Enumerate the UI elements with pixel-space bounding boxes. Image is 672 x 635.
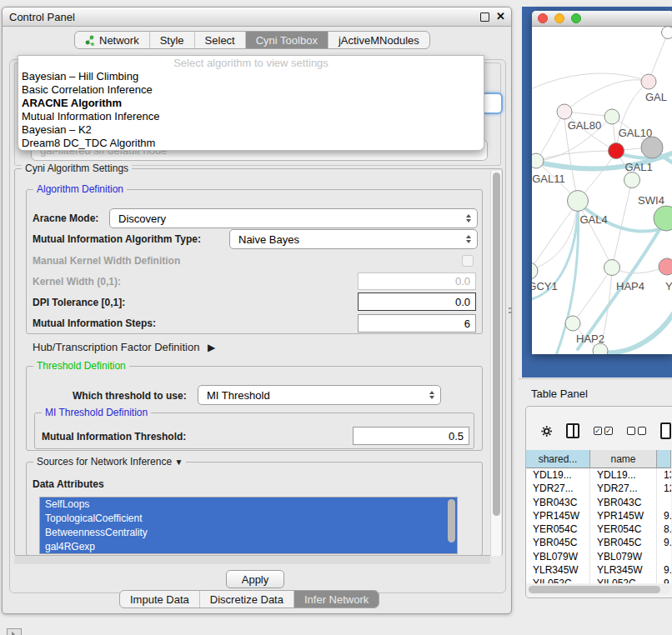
collapsed-arrow-icon[interactable]: ▶ <box>208 342 215 353</box>
dpi-tolerance-field[interactable]: 0.0 <box>358 292 476 311</box>
settings-bottom-strip <box>14 556 490 564</box>
tab-style[interactable]: Style <box>149 32 194 48</box>
table-row[interactable]: YLR345WYLR345W9. <box>526 563 671 577</box>
dpi-tolerance-value: 0.0 <box>455 296 470 308</box>
network-window[interactable]: GALGAL80GAL10GAL1GAL11SWI4GAL4GCY1HAP4YH… <box>532 11 672 354</box>
table-cell: YLR345W <box>590 563 657 577</box>
apply-button[interactable]: Apply <box>226 570 284 588</box>
network-node[interactable] <box>662 27 672 39</box>
data-attributes-list: SelfLoopsTopologicalCoefficientBetweenne… <box>39 497 458 554</box>
scrollbar-thumb[interactable] <box>493 172 500 516</box>
control-panel-window: Control Panel ✕ Network Style Select Cyn… <box>2 7 512 614</box>
network-node[interactable] <box>568 191 589 212</box>
kernel-width-field[interactable]: 0.0 <box>358 272 476 290</box>
mi-threshold-field[interactable]: 0.5 <box>353 427 469 445</box>
table-row[interactable]: YIL052CYIL052C9 <box>526 577 671 583</box>
tab-network[interactable]: Network <box>75 32 149 48</box>
table-row[interactable]: YBL079WYBL079W <box>526 550 671 563</box>
split-columns-icon[interactable] <box>566 423 579 438</box>
network-node[interactable] <box>609 143 624 159</box>
zoom-traffic-icon[interactable] <box>571 13 581 23</box>
manual-kernel-checkbox[interactable] <box>462 255 474 267</box>
network-node[interactable] <box>604 260 620 276</box>
control-panel-titlebar[interactable]: Control Panel ✕ <box>3 8 511 27</box>
network-node[interactable] <box>654 206 672 231</box>
table-row[interactable]: YDR27...YDR27...12 <box>526 482 671 495</box>
document-icon[interactable] <box>660 422 671 439</box>
network-node-label: GAL80 <box>568 119 601 132</box>
table-cell: 9. <box>657 563 671 577</box>
tab-label: jActiveMNodules <box>339 34 419 47</box>
attribute-item[interactable]: gal4RGexp <box>40 540 457 554</box>
dropdown-item[interactable]: Basic Correlation Inference <box>18 83 484 97</box>
tab-cyni-toolbox[interactable]: Cyni Toolbox <box>245 32 328 48</box>
table-horizontal-scrollbar[interactable] <box>527 584 670 594</box>
deselect-all-columns-icon[interactable] <box>627 427 646 435</box>
network-node[interactable] <box>532 262 538 279</box>
checked-box-icon: ✓ <box>594 427 602 435</box>
nodes-layer: GALGAL80GAL10GAL1GAL11SWI4GAL4GCY1HAP4YH… <box>532 27 672 355</box>
dropdown-item[interactable]: Dream8 DC_TDC Algorithm <box>18 137 484 150</box>
attribute-item[interactable]: BetweennessCentrality <box>40 526 457 540</box>
minimize-traffic-icon[interactable] <box>554 13 564 23</box>
network-node[interactable] <box>565 316 580 331</box>
dropdown-item[interactable]: Bayesian – Hill Climbing <box>18 70 484 83</box>
network-node[interactable] <box>593 343 608 354</box>
aracne-mode-combo[interactable]: Discovery <box>109 208 478 228</box>
expanded-arrow-icon[interactable]: ▼ <box>174 458 183 467</box>
hub-section-label[interactable]: Hub/Transcription Factor Definition ▶ <box>33 341 215 353</box>
minimized-panel-icon[interactable] <box>7 628 22 635</box>
network-window-titlebar[interactable] <box>532 11 672 27</box>
attributes-list-scrollbar[interactable] <box>448 499 455 542</box>
tab-select[interactable]: Select <box>194 32 245 48</box>
mi-steps-field[interactable]: 6 <box>358 314 476 332</box>
tab-discretize-data[interactable]: Discretize Data <box>199 591 293 608</box>
float-window-icon[interactable] <box>480 12 489 22</box>
dropdown-item[interactable]: ARACNE Algorithm <box>18 97 484 110</box>
tab-infer-network[interactable]: Infer Network <box>293 591 379 608</box>
which-threshold-combo[interactable]: MI Threshold <box>198 385 441 405</box>
table-cell: YPR145W <box>590 509 657 522</box>
tab-label: Impute Data <box>130 593 189 606</box>
network-node-label: GAL1 <box>624 161 652 173</box>
table-cell: 9. <box>657 536 671 549</box>
attribute-item[interactable]: SelfLoops <box>40 498 457 512</box>
mi-type-combo[interactable]: Naive Bayes <box>229 229 478 249</box>
select-all-columns-icon[interactable]: ✓ ✓ <box>594 427 613 435</box>
kernel-width-label: Kernel Width (0,1): <box>33 276 121 288</box>
scrollbar-thumb[interactable] <box>529 586 660 593</box>
dropdown-item[interactable]: Mutual Information Inference <box>18 110 484 123</box>
tab-jactivemnodules[interactable]: jActiveMNodules <box>328 32 429 48</box>
network-node[interactable] <box>624 172 640 188</box>
network-node[interactable] <box>557 104 572 119</box>
network-node[interactable] <box>604 109 619 124</box>
table-row[interactable]: YBR045CYBR045C9. <box>526 536 671 549</box>
table-header: shared... name <box>526 450 671 468</box>
settings-vertical-scrollbar[interactable] <box>490 171 501 556</box>
close-traffic-icon[interactable] <box>538 13 548 23</box>
table-row[interactable]: YBR043CYBR043C <box>526 496 671 509</box>
table-row[interactable]: YPR145WYPR145W9. <box>526 509 671 522</box>
gear-icon[interactable] <box>541 423 552 439</box>
close-icon[interactable]: ✕ <box>496 10 505 22</box>
column-header-shared[interactable]: shared... <box>526 450 590 468</box>
algorithm-dropdown-list: Bayesian – Hill ClimbingBasic Correlatio… <box>18 70 484 150</box>
attribute-item[interactable]: TopologicalCoefficient <box>40 512 457 526</box>
tab-label: Cyni Toolbox <box>256 34 318 47</box>
table-cell: YDL19... <box>590 468 657 482</box>
panel-splitter-handle[interactable] <box>509 308 513 313</box>
network-canvas[interactable]: GALGAL80GAL10GAL1GAL11SWI4GAL4GCY1HAP4YH… <box>532 26 672 354</box>
network-node[interactable] <box>641 137 663 158</box>
column-header-cut[interactable] <box>657 450 671 468</box>
table-row[interactable]: YER054CYER054C8. <box>526 522 671 536</box>
dropdown-item[interactable]: Bayesian – K2 <box>18 123 484 137</box>
tab-impute-data[interactable]: Impute Data <box>120 591 199 608</box>
network-node[interactable] <box>641 74 656 89</box>
column-header-name[interactable]: name <box>590 450 657 468</box>
table-rows: YDL19...YDL19...13YDR27...YDR27...12YBR0… <box>526 468 671 583</box>
table-cell: YER054C <box>526 522 590 536</box>
table-row[interactable]: YDL19...YDL19...13 <box>526 468 671 482</box>
network-desktop: GALGAL80GAL10GAL1GAL11SWI4GAL4GCY1HAP4YH… <box>522 7 672 378</box>
network-node[interactable] <box>532 153 544 168</box>
network-node[interactable] <box>659 258 672 275</box>
